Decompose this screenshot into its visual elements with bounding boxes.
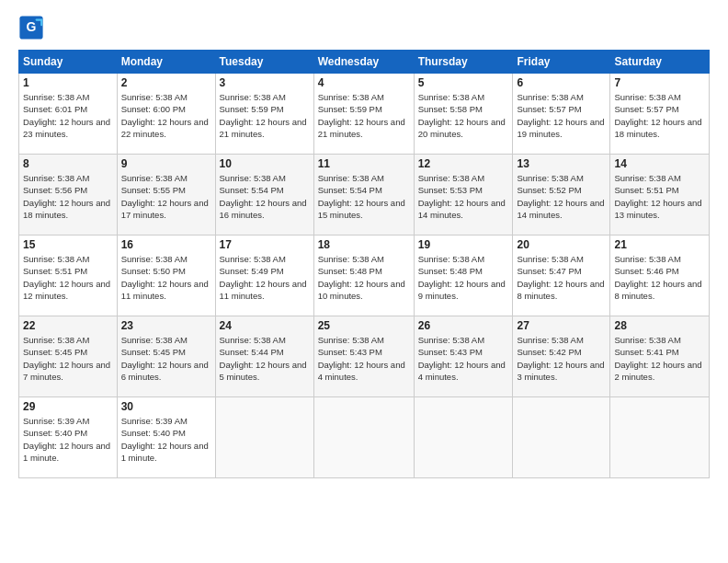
calendar-cell: 11Sunrise: 5:38 AMSunset: 5:54 PMDayligh… <box>313 155 414 236</box>
day-info: Sunrise: 5:38 AMSunset: 5:58 PMDaylight:… <box>418 92 506 139</box>
day-info: Sunrise: 5:38 AMSunset: 5:50 PMDaylight:… <box>121 254 209 301</box>
day-number: 16 <box>121 238 211 251</box>
calendar-cell: 8Sunrise: 5:38 AMSunset: 5:56 PMDaylight… <box>19 155 118 236</box>
calendar-cell: 29Sunrise: 5:39 AMSunset: 5:40 PMDayligh… <box>19 397 118 478</box>
calendar-cell <box>610 397 710 478</box>
day-number: 17 <box>220 238 310 251</box>
day-number: 30 <box>121 400 211 413</box>
day-info: Sunrise: 5:38 AMSunset: 5:45 PMDaylight:… <box>23 335 110 382</box>
day-number: 11 <box>318 157 410 170</box>
logo: G <box>18 15 48 40</box>
day-info: Sunrise: 5:38 AMSunset: 5:52 PMDaylight:… <box>517 173 604 220</box>
calendar-cell: 20Sunrise: 5:38 AMSunset: 5:47 PMDayligh… <box>513 236 610 316</box>
day-number: 28 <box>614 319 705 332</box>
calendar-cell: 30Sunrise: 5:39 AMSunset: 5:40 PMDayligh… <box>117 397 215 478</box>
day-info: Sunrise: 5:38 AMSunset: 5:47 PMDaylight:… <box>517 254 604 301</box>
day-info: Sunrise: 5:38 AMSunset: 5:48 PMDaylight:… <box>318 254 405 301</box>
calendar-table: SundayMondayTuesdayWednesdayThursdayFrid… <box>18 50 710 478</box>
day-number: 6 <box>517 76 606 89</box>
day-number: 14 <box>614 157 705 170</box>
day-number: 20 <box>517 238 606 251</box>
day-info: Sunrise: 5:38 AMSunset: 5:54 PMDaylight:… <box>318 173 405 220</box>
day-info: Sunrise: 5:38 AMSunset: 5:45 PMDaylight:… <box>121 335 209 382</box>
calendar-cell <box>513 397 610 478</box>
calendar-cell: 26Sunrise: 5:38 AMSunset: 5:43 PMDayligh… <box>414 316 513 397</box>
day-number: 25 <box>318 319 410 332</box>
day-header-tuesday: Tuesday <box>215 51 313 74</box>
day-number: 15 <box>23 238 113 251</box>
calendar-cell: 19Sunrise: 5:38 AMSunset: 5:48 PMDayligh… <box>414 236 513 316</box>
calendar-body: 1Sunrise: 5:38 AMSunset: 6:01 PMDaylight… <box>19 74 710 478</box>
calendar-cell: 28Sunrise: 5:38 AMSunset: 5:41 PMDayligh… <box>610 316 710 397</box>
day-info: Sunrise: 5:38 AMSunset: 5:43 PMDaylight:… <box>318 335 405 382</box>
day-header-monday: Monday <box>117 51 215 74</box>
day-number: 19 <box>418 238 509 251</box>
calendar-cell: 13Sunrise: 5:38 AMSunset: 5:52 PMDayligh… <box>513 155 610 236</box>
calendar-cell <box>313 397 414 478</box>
calendar-week-1: 1Sunrise: 5:38 AMSunset: 6:01 PMDaylight… <box>19 74 710 155</box>
day-number: 8 <box>23 157 113 170</box>
calendar-cell: 12Sunrise: 5:38 AMSunset: 5:53 PMDayligh… <box>414 155 513 236</box>
calendar-cell: 15Sunrise: 5:38 AMSunset: 5:51 PMDayligh… <box>19 236 118 316</box>
calendar-cell: 24Sunrise: 5:38 AMSunset: 5:44 PMDayligh… <box>215 316 313 397</box>
day-header-saturday: Saturday <box>610 51 710 74</box>
calendar-cell <box>414 397 513 478</box>
calendar-cell: 17Sunrise: 5:38 AMSunset: 5:49 PMDayligh… <box>215 236 313 316</box>
day-info: Sunrise: 5:38 AMSunset: 5:57 PMDaylight:… <box>517 92 604 139</box>
calendar-cell <box>215 397 313 478</box>
day-info: Sunrise: 5:38 AMSunset: 5:55 PMDaylight:… <box>121 173 209 220</box>
day-info: Sunrise: 5:38 AMSunset: 6:01 PMDaylight:… <box>23 92 110 139</box>
day-number: 2 <box>121 76 211 89</box>
day-info: Sunrise: 5:38 AMSunset: 5:54 PMDaylight:… <box>220 173 307 220</box>
day-info: Sunrise: 5:38 AMSunset: 5:53 PMDaylight:… <box>418 173 506 220</box>
day-info: Sunrise: 5:38 AMSunset: 5:41 PMDaylight:… <box>614 335 701 382</box>
day-info: Sunrise: 5:38 AMSunset: 5:46 PMDaylight:… <box>614 254 701 301</box>
calendar-cell: 2Sunrise: 5:38 AMSunset: 6:00 PMDaylight… <box>117 74 215 155</box>
calendar-cell: 22Sunrise: 5:38 AMSunset: 5:45 PMDayligh… <box>19 316 118 397</box>
calendar-header-row: SundayMondayTuesdayWednesdayThursdayFrid… <box>19 51 710 74</box>
day-number: 18 <box>318 238 410 251</box>
calendar-cell: 27Sunrise: 5:38 AMSunset: 5:42 PMDayligh… <box>513 316 610 397</box>
calendar-cell: 7Sunrise: 5:38 AMSunset: 5:57 PMDaylight… <box>610 74 710 155</box>
day-header-sunday: Sunday <box>19 51 118 74</box>
day-info: Sunrise: 5:39 AMSunset: 5:40 PMDaylight:… <box>121 416 209 463</box>
day-number: 3 <box>220 76 310 89</box>
day-info: Sunrise: 5:38 AMSunset: 5:59 PMDaylight:… <box>318 92 405 139</box>
calendar-cell: 18Sunrise: 5:38 AMSunset: 5:48 PMDayligh… <box>313 236 414 316</box>
calendar-cell: 21Sunrise: 5:38 AMSunset: 5:46 PMDayligh… <box>610 236 710 316</box>
header: G <box>18 15 710 40</box>
day-info: Sunrise: 5:38 AMSunset: 5:44 PMDaylight:… <box>220 335 307 382</box>
calendar-cell: 4Sunrise: 5:38 AMSunset: 5:59 PMDaylight… <box>313 74 414 155</box>
day-info: Sunrise: 5:38 AMSunset: 5:56 PMDaylight:… <box>23 173 110 220</box>
calendar-cell: 3Sunrise: 5:38 AMSunset: 5:59 PMDaylight… <box>215 74 313 155</box>
calendar-week-4: 22Sunrise: 5:38 AMSunset: 5:45 PMDayligh… <box>19 316 710 397</box>
calendar-cell: 6Sunrise: 5:38 AMSunset: 5:57 PMDaylight… <box>513 74 610 155</box>
day-header-friday: Friday <box>513 51 610 74</box>
day-info: Sunrise: 5:39 AMSunset: 5:40 PMDaylight:… <box>23 416 110 463</box>
calendar-cell: 23Sunrise: 5:38 AMSunset: 5:45 PMDayligh… <box>117 316 215 397</box>
day-info: Sunrise: 5:38 AMSunset: 5:51 PMDaylight:… <box>614 173 701 220</box>
day-number: 21 <box>614 238 705 251</box>
day-number: 29 <box>23 400 113 413</box>
day-info: Sunrise: 5:38 AMSunset: 5:48 PMDaylight:… <box>418 254 506 301</box>
day-number: 1 <box>23 76 113 89</box>
calendar-cell: 9Sunrise: 5:38 AMSunset: 5:55 PMDaylight… <box>117 155 215 236</box>
day-number: 5 <box>418 76 509 89</box>
day-number: 7 <box>614 76 705 89</box>
day-number: 24 <box>220 319 310 332</box>
calendar-cell: 25Sunrise: 5:38 AMSunset: 5:43 PMDayligh… <box>313 316 414 397</box>
day-number: 12 <box>418 157 509 170</box>
day-number: 22 <box>23 319 113 332</box>
day-number: 23 <box>121 319 211 332</box>
logo-icon: G <box>18 15 44 40</box>
calendar-week-5: 29Sunrise: 5:39 AMSunset: 5:40 PMDayligh… <box>19 397 710 478</box>
calendar-week-3: 15Sunrise: 5:38 AMSunset: 5:51 PMDayligh… <box>19 236 710 316</box>
calendar-cell: 5Sunrise: 5:38 AMSunset: 5:58 PMDaylight… <box>414 74 513 155</box>
day-header-thursday: Thursday <box>414 51 513 74</box>
day-info: Sunrise: 5:38 AMSunset: 5:57 PMDaylight:… <box>614 92 701 139</box>
day-info: Sunrise: 5:38 AMSunset: 5:49 PMDaylight:… <box>220 254 307 301</box>
day-number: 10 <box>220 157 310 170</box>
day-info: Sunrise: 5:38 AMSunset: 5:59 PMDaylight:… <box>220 92 307 139</box>
day-number: 4 <box>318 76 410 89</box>
calendar-cell: 1Sunrise: 5:38 AMSunset: 6:01 PMDaylight… <box>19 74 118 155</box>
